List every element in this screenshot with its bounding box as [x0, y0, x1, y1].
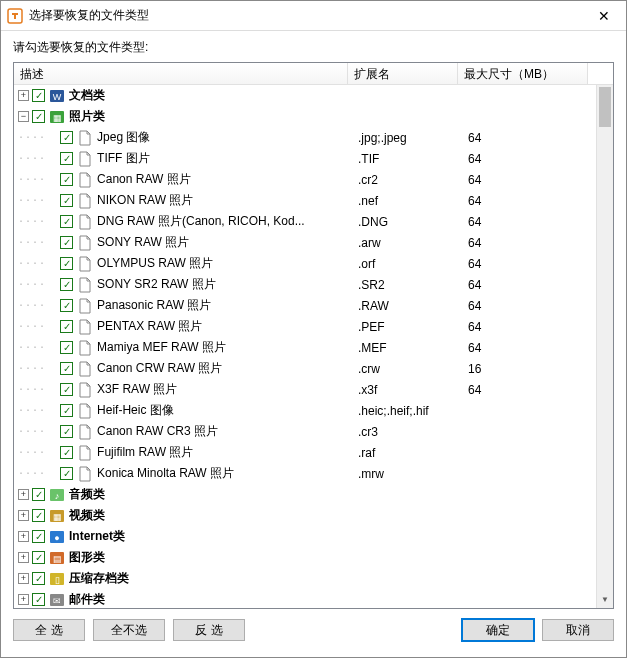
svg-text:W: W: [53, 92, 62, 102]
cancel-button[interactable]: 取消: [542, 619, 614, 641]
item-ext: .arw: [352, 236, 462, 250]
file-type-row[interactable]: ✓SONY SR2 RAW 照片.SR264: [14, 274, 596, 295]
category-checkbox[interactable]: ✓: [32, 551, 45, 564]
file-type-row[interactable]: ✓OLYMPUS RAW 照片.orf64: [14, 253, 596, 274]
item-label: Canon CRW RAW 照片: [97, 360, 222, 377]
tree-line: [18, 384, 46, 395]
file-type-row[interactable]: ✓TIFF 图片.TIF64: [14, 148, 596, 169]
vertical-scrollbar[interactable]: ▲ ▼: [596, 85, 613, 608]
file-type-row[interactable]: ✓Jpeg 图像.jpg;.jpeg64: [14, 127, 596, 148]
category-row-video[interactable]: +✓▦视频类: [14, 505, 596, 526]
expand-toggle[interactable]: +: [18, 573, 29, 584]
file-icon: [77, 382, 93, 398]
file-type-row[interactable]: ✓Panasonic RAW 照片.RAW64: [14, 295, 596, 316]
category-checkbox[interactable]: ✓: [32, 488, 45, 501]
item-ext: .crw: [352, 362, 462, 376]
item-ext: .raf: [352, 446, 462, 460]
category-row-audio[interactable]: +✓♪音频类: [14, 484, 596, 505]
item-label: Fujifilm RAW 照片: [97, 444, 193, 461]
toggle-placeholder: [46, 300, 57, 311]
close-button[interactable]: ✕: [581, 1, 626, 31]
category-checkbox[interactable]: ✓: [32, 110, 45, 123]
toggle-placeholder: [46, 258, 57, 269]
tree-line: [18, 363, 46, 374]
file-type-row[interactable]: ✓Canon RAW CR3 照片.cr3: [14, 421, 596, 442]
item-checkbox[interactable]: ✓: [60, 362, 73, 375]
expand-toggle[interactable]: +: [18, 552, 29, 563]
item-checkbox[interactable]: ✓: [60, 215, 73, 228]
file-type-row[interactable]: ✓Canon RAW 照片.cr264: [14, 169, 596, 190]
item-checkbox[interactable]: ✓: [60, 425, 73, 438]
expand-toggle[interactable]: −: [18, 111, 29, 122]
category-checkbox[interactable]: ✓: [32, 530, 45, 543]
column-header-desc[interactable]: 描述: [14, 63, 348, 84]
file-type-row[interactable]: ✓SONY RAW 照片.arw64: [14, 232, 596, 253]
file-type-row[interactable]: ✓DNG RAW 照片(Canon, RICOH, Kod....DNG64: [14, 211, 596, 232]
expand-toggle[interactable]: +: [18, 510, 29, 521]
item-checkbox[interactable]: ✓: [60, 173, 73, 186]
column-header-ext[interactable]: 扩展名: [348, 63, 458, 84]
expand-toggle[interactable]: +: [18, 531, 29, 542]
category-row-graphics[interactable]: +✓▤图形类: [14, 547, 596, 568]
item-checkbox[interactable]: ✓: [60, 236, 73, 249]
item-checkbox[interactable]: ✓: [60, 341, 73, 354]
category-row-email[interactable]: +✓✉邮件类: [14, 589, 596, 608]
category-checkbox[interactable]: ✓: [32, 89, 45, 102]
item-ext: .RAW: [352, 299, 462, 313]
toggle-placeholder: [46, 153, 57, 164]
category-row-documents[interactable]: +✓W文档类: [14, 85, 596, 106]
file-icon: [77, 361, 93, 377]
scroll-thumb[interactable]: [599, 87, 611, 127]
item-checkbox[interactable]: ✓: [60, 467, 73, 480]
item-size: 64: [462, 131, 592, 145]
file-type-row[interactable]: ✓Konica Minolta RAW 照片.mrw: [14, 463, 596, 484]
file-icon: [77, 466, 93, 482]
file-type-row[interactable]: ✓X3F RAW 照片.x3f64: [14, 379, 596, 400]
item-checkbox[interactable]: ✓: [60, 257, 73, 270]
file-type-row[interactable]: ✓Heif-Heic 图像.heic;.heif;.hif: [14, 400, 596, 421]
item-checkbox[interactable]: ✓: [60, 446, 73, 459]
item-checkbox[interactable]: ✓: [60, 320, 73, 333]
item-checkbox[interactable]: ✓: [60, 404, 73, 417]
category-row-archives[interactable]: +✓▯压缩存档类: [14, 568, 596, 589]
category-checkbox[interactable]: ✓: [32, 509, 45, 522]
ok-button[interactable]: 确定: [462, 619, 534, 641]
category-row-internet[interactable]: +✓●Internet类: [14, 526, 596, 547]
item-size: 64: [462, 299, 592, 313]
select-none-button[interactable]: 全不选: [93, 619, 165, 641]
window-title: 选择要恢复的文件类型: [29, 7, 581, 24]
category-icon: ▯: [49, 571, 65, 587]
item-checkbox[interactable]: ✓: [60, 299, 73, 312]
item-checkbox[interactable]: ✓: [60, 383, 73, 396]
item-size: 16: [462, 362, 592, 376]
tree-line: [18, 237, 46, 248]
item-ext: .heic;.heif;.hif: [352, 404, 462, 418]
file-icon: [77, 214, 93, 230]
app-icon: [7, 8, 23, 24]
tree-line: [18, 405, 46, 416]
file-type-row[interactable]: ✓NIKON RAW 照片.nef64: [14, 190, 596, 211]
item-checkbox[interactable]: ✓: [60, 131, 73, 144]
item-checkbox[interactable]: ✓: [60, 278, 73, 291]
tree-line: [18, 321, 46, 332]
category-checkbox[interactable]: ✓: [32, 593, 45, 606]
toggle-placeholder: [46, 132, 57, 143]
column-header-size[interactable]: 最大尺寸（MB）: [458, 63, 588, 84]
category-row-photos[interactable]: −✓▦照片类: [14, 106, 596, 127]
expand-toggle[interactable]: +: [18, 594, 29, 605]
scroll-down-arrow[interactable]: ▼: [597, 591, 613, 608]
expand-toggle[interactable]: +: [18, 489, 29, 500]
category-icon: ▦: [49, 109, 65, 125]
item-checkbox[interactable]: ✓: [60, 152, 73, 165]
file-type-row[interactable]: ✓Mamiya MEF RAW 照片.MEF64: [14, 337, 596, 358]
file-type-row[interactable]: ✓PENTAX RAW 照片.PEF64: [14, 316, 596, 337]
item-checkbox[interactable]: ✓: [60, 194, 73, 207]
expand-toggle[interactable]: +: [18, 90, 29, 101]
category-label: 邮件类: [69, 591, 105, 608]
file-type-row[interactable]: ✓Fujifilm RAW 照片.raf: [14, 442, 596, 463]
category-checkbox[interactable]: ✓: [32, 572, 45, 585]
toggle-placeholder: [46, 426, 57, 437]
invert-button[interactable]: 反 选: [173, 619, 245, 641]
select-all-button[interactable]: 全 选: [13, 619, 85, 641]
file-type-row[interactable]: ✓Canon CRW RAW 照片.crw16: [14, 358, 596, 379]
